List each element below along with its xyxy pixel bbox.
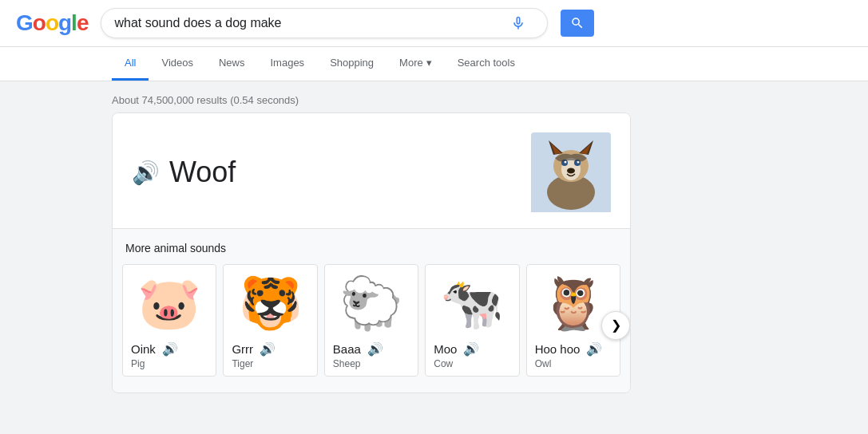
owl-speaker-icon[interactable]: 🔊 bbox=[586, 341, 602, 357]
search-bar bbox=[101, 8, 548, 38]
owl-sound-row: Hoo hoo 🔊 bbox=[535, 341, 612, 357]
chevron-down-icon: ▾ bbox=[426, 57, 432, 69]
sheep-species: Sheep bbox=[333, 358, 361, 369]
tiger-sound-row: Grrr 🔊 bbox=[232, 341, 308, 357]
nav-bar: All Videos News Images Shopping More ▾ S… bbox=[0, 47, 868, 81]
animals-wrapper: 🐷 Oink 🔊 Pig 🐯 Grrr 🔊 bbox=[113, 264, 630, 386]
nav-tab-news[interactable]: News bbox=[206, 47, 258, 81]
nav-tab-more[interactable]: More ▾ bbox=[386, 47, 445, 81]
owl-emoji: 🦉 bbox=[535, 271, 612, 335]
animal-card-tiger[interactable]: 🐯 Grrr 🔊 Tiger bbox=[223, 264, 317, 377]
sheep-speaker-icon[interactable]: 🔊 bbox=[367, 341, 383, 357]
logo-letter-l: l bbox=[71, 10, 77, 35]
woof-text: Woof bbox=[169, 156, 236, 189]
dog-illustration bbox=[531, 132, 611, 212]
animal-card-pig[interactable]: 🐷 Oink 🔊 Pig bbox=[122, 264, 216, 377]
pig-speaker-icon[interactable]: 🔊 bbox=[162, 341, 178, 357]
pig-emoji: 🐷 bbox=[131, 271, 208, 335]
logo-letter-g: G bbox=[16, 10, 33, 35]
pig-sound-row: Oink 🔊 bbox=[131, 341, 208, 357]
tiger-speaker-icon[interactable]: 🔊 bbox=[260, 341, 275, 357]
owl-species: Owl bbox=[535, 358, 552, 369]
google-logo: Google bbox=[16, 10, 88, 36]
sheep-emoji: 🐑 bbox=[333, 271, 410, 335]
cow-emoji: 🐄 bbox=[434, 271, 510, 335]
search-button[interactable] bbox=[561, 10, 594, 37]
tiger-emoji: 🐯 bbox=[232, 271, 308, 335]
cow-species: Cow bbox=[434, 358, 453, 369]
cow-speaker-icon[interactable]: 🔊 bbox=[463, 341, 479, 357]
cow-sound: Moo bbox=[434, 342, 457, 356]
speaker-icon[interactable]: 🔊 bbox=[132, 160, 160, 186]
nav-tab-search-tools[interactable]: Search tools bbox=[445, 47, 528, 81]
nav-tab-images[interactable]: Images bbox=[257, 47, 317, 81]
svg-point-12 bbox=[567, 168, 575, 174]
chevron-right-icon: ❯ bbox=[611, 318, 621, 333]
logo-letter-o2: o bbox=[46, 10, 58, 35]
woof-left: 🔊 Woof bbox=[132, 156, 236, 189]
more-animal-sounds-title: More animal sounds bbox=[113, 242, 630, 264]
nav-tab-all[interactable]: All bbox=[112, 47, 149, 81]
sheep-sound-row: Baaa 🔊 bbox=[333, 341, 410, 357]
tiger-species: Tiger bbox=[232, 358, 253, 369]
mic-icon[interactable] bbox=[510, 15, 526, 31]
animal-card-cow[interactable]: 🐄 Moo 🔊 Cow bbox=[425, 264, 519, 377]
result-count: About 74,500,000 results (0.54 seconds) bbox=[112, 88, 756, 112]
logo-letter-e: e bbox=[77, 10, 89, 35]
pig-sound: Oink bbox=[131, 342, 156, 356]
search-icon bbox=[570, 16, 585, 30]
animal-sounds-section: More animal sounds 🐷 Oink 🔊 Pig 🐯 bbox=[113, 228, 630, 393]
next-arrow-button[interactable]: ❯ bbox=[601, 311, 630, 340]
knowledge-card: 🔊 Woof bbox=[112, 112, 631, 393]
cow-sound-row: Moo 🔊 bbox=[434, 341, 510, 357]
nav-tab-shopping[interactable]: Shopping bbox=[317, 47, 386, 81]
owl-sound: Hoo hoo bbox=[535, 342, 581, 356]
animals-row: 🐷 Oink 🔊 Pig 🐯 Grrr 🔊 bbox=[113, 264, 630, 377]
nav-tab-videos[interactable]: Videos bbox=[149, 47, 206, 81]
dog-image bbox=[531, 132, 611, 212]
sheep-sound: Baaa bbox=[333, 342, 361, 356]
results-area: About 74,500,000 results (0.54 seconds) … bbox=[0, 81, 868, 400]
search-input[interactable] bbox=[114, 16, 510, 30]
header: Google bbox=[0, 0, 868, 47]
animal-card-sheep[interactable]: 🐑 Baaa 🔊 Sheep bbox=[324, 264, 418, 377]
logo-letter-g2: g bbox=[58, 10, 71, 35]
logo-letter-o1: o bbox=[33, 10, 46, 35]
tiger-sound: Grrr bbox=[232, 342, 253, 356]
dog-sound-section: 🔊 Woof bbox=[113, 113, 630, 228]
pig-species: Pig bbox=[131, 358, 145, 369]
